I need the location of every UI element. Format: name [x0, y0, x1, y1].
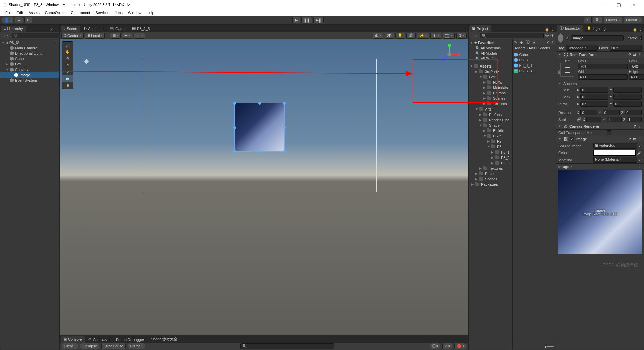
scale-z-input[interactable] [627, 117, 642, 122]
layout-dropdown[interactable]: Layout [624, 17, 642, 23]
object-picker-icon[interactable]: ⊙ [639, 158, 642, 162]
layers-dropdown[interactable]: Layers [604, 17, 622, 23]
project-folder[interactable]: ▶BuildIn [469, 128, 512, 133]
project-folder[interactable]: ▶Textures [469, 166, 512, 171]
lock-icon[interactable]: 🔒 [545, 27, 549, 32]
panel-maximize-icon[interactable]: ⤢ [50, 27, 53, 32]
pivot-x-input[interactable] [580, 101, 608, 107]
active-checkbox[interactable]: ✓ [566, 36, 569, 40]
project-folder[interactable]: ▶Packages [469, 182, 512, 187]
hierarchy-item[interactable]: Main Camera [0, 45, 59, 51]
settings-button[interactable]: ⟳ [24, 17, 32, 23]
menu-assets[interactable]: Assets [26, 10, 42, 15]
tab-game[interactable]: 🎮Game [107, 25, 129, 32]
project-folder[interactable]: ▶Scenes [469, 96, 512, 101]
camera-settings[interactable]: 📷 [443, 33, 455, 39]
handle-dropdown[interactable]: ⊕Local [85, 33, 105, 39]
hierarchy-tree[interactable]: ▼◈P3_3*⋮ Main Camera Directional Light C… [0, 39, 59, 350]
project-folder[interactable]: ▶Prefabs [469, 90, 512, 96]
fx-toggle[interactable]: ✨ [417, 33, 429, 39]
panel-menu-icon[interactable]: ⋮ [551, 27, 554, 32]
anchor-miny-input[interactable] [613, 87, 642, 93]
rot-y-input[interactable] [603, 110, 620, 115]
play-button[interactable]: ▶ [292, 17, 300, 23]
anchors-foldout[interactable]: ▼Anchors [556, 81, 644, 86]
posy-input[interactable] [629, 64, 644, 69]
lock-icon[interactable]: 🔒 [633, 27, 637, 32]
layer-dropdown[interactable]: UI [610, 45, 642, 51]
project-folder[interactable]: ▶Editor [469, 171, 512, 176]
lighting-toggle[interactable]: 💡 [395, 33, 405, 39]
color-field[interactable] [593, 150, 636, 156]
menu-file[interactable]: File [3, 10, 14, 15]
link-icon[interactable]: 🔗 [577, 117, 581, 122]
component-menu-icon[interactable]: ⋮ [638, 53, 642, 57]
2d-toggle[interactable]: 2D [385, 33, 394, 39]
menu-jobs[interactable]: Jobs [112, 10, 125, 15]
grid-item[interactable]: SP3_3_3 [513, 68, 556, 74]
anchor-preset-button[interactable]: top [560, 63, 574, 77]
project-folder[interactable]: ▼P3 [469, 144, 512, 149]
project-folder[interactable]: ▶Scenes [469, 176, 512, 182]
rotate-tool[interactable]: ↻ [62, 62, 73, 69]
panel-menu-icon[interactable]: ⋮ [463, 338, 467, 343]
error-count[interactable]: ⛔ 0 [454, 343, 466, 349]
project-folder[interactable]: ▼Fox [469, 74, 512, 80]
favorite-item[interactable]: 🔍All Models [469, 51, 512, 56]
image-enabled-checkbox[interactable]: ✓ [570, 137, 574, 141]
menu-help[interactable]: Help [144, 10, 157, 15]
preview-header[interactable]: Image⋮ [556, 163, 644, 169]
view-tool[interactable]: ⬚ [62, 42, 73, 48]
preset-icon[interactable]: ⇄ [633, 137, 636, 141]
menu-window[interactable]: Window [125, 10, 144, 15]
console-search-input[interactable] [240, 343, 334, 349]
tab-project[interactable]: ▣Project [469, 25, 491, 32]
scene-view[interactable]: ⬚ ✋ ✥ ↻ ⤢ ▭ ⊕ ✳ [60, 39, 468, 335]
pivot-dropdown[interactable]: ⊙Center [61, 33, 84, 39]
menu-gameobject[interactable]: GameObject [42, 10, 68, 15]
project-folder[interactable]: ▼Arts [469, 106, 512, 112]
favorite-item[interactable]: 🔍All Materials [469, 45, 512, 51]
favorites-header[interactable]: ▼★Favorites [469, 40, 512, 45]
height-input[interactable] [629, 74, 644, 80]
scale-x-input[interactable] [586, 117, 601, 122]
canvas-renderer-header[interactable]: ▼◎Canvas Renderer?⋮ [556, 123, 644, 130]
help-icon[interactable]: ? [629, 137, 631, 141]
image-component-header[interactable]: ▼🖼✓Image?⇄⋮ [556, 136, 644, 142]
pause-button[interactable]: ❚❚ [301, 17, 312, 23]
hierarchy-item[interactable]: EventSystem [0, 78, 59, 83]
hierarchy-item[interactable]: ▼Canvas [0, 67, 59, 72]
filter-icon[interactable]: ⦿ [545, 33, 549, 38]
name-input[interactable] [571, 35, 624, 41]
star-icon[interactable]: ★ [532, 40, 536, 45]
project-folder[interactable]: ▶P3_2 [469, 155, 512, 160]
width-input[interactable] [578, 74, 628, 80]
posx-input[interactable] [578, 64, 628, 69]
tag-icon[interactable]: ◆ [520, 40, 523, 45]
tab-console[interactable]: ▤Console [61, 336, 85, 343]
scene-root[interactable]: ▼◈P3_3*⋮ [0, 40, 59, 45]
account-button[interactable]: 👤 [2, 17, 13, 23]
menu-edit[interactable]: Edit [14, 10, 26, 15]
component-menu-icon[interactable]: ⋮ [638, 124, 642, 129]
audio-toggle[interactable]: 🔊 [406, 33, 416, 39]
info-count[interactable]: ⓘ 0 [430, 343, 440, 349]
eyedropper-icon[interactable]: 💉 [637, 151, 642, 155]
hierarchy-item[interactable]: Directional Light [0, 51, 59, 56]
object-picker-icon[interactable]: ⊙ [639, 144, 642, 148]
project-folder[interactable]: ▼Shader [469, 123, 512, 128]
project-folder[interactable]: ▼URP [469, 133, 512, 139]
project-folder[interactable]: ▶FBXs [469, 80, 512, 85]
visibility-toggle[interactable]: 👁 [430, 33, 441, 39]
tab-shader[interactable]: ▤P3_1_5 [129, 25, 153, 32]
transform-tool[interactable]: ⊕ [62, 82, 73, 89]
hierarchy-item-selected[interactable]: Image [0, 72, 59, 78]
tab-inspector[interactable]: ⓘInspector [557, 25, 583, 32]
draw-mode-dropdown[interactable]: ◐ [373, 33, 383, 39]
tab-scene[interactable]: #Scene [61, 26, 80, 32]
cull-transparent-checkbox[interactable]: ✓ [607, 130, 611, 135]
grid-item[interactable]: Cube [513, 52, 556, 57]
rot-z-input[interactable] [625, 110, 642, 115]
breadcrumb[interactable]: Assets › Arts › Shader [513, 45, 556, 51]
editor-dropdown[interactable]: Editor [128, 343, 145, 349]
